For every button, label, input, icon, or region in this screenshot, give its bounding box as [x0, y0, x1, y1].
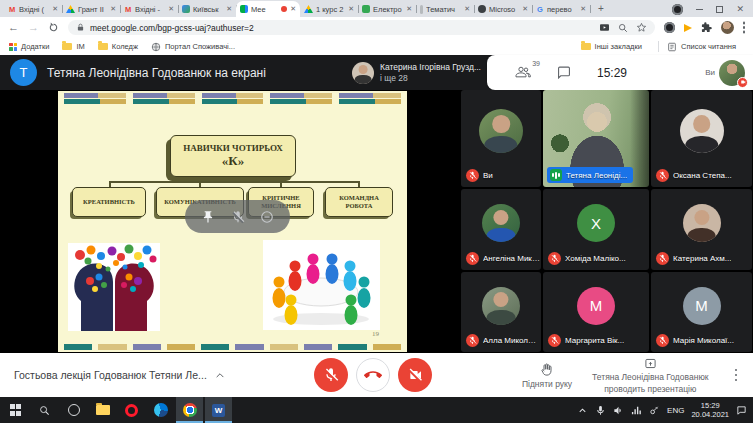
- chat-icon[interactable]: [557, 66, 571, 79]
- mic-muted-icon: [466, 252, 479, 265]
- chrome-button-active[interactable]: [176, 397, 203, 423]
- mic-toggle-button[interactable]: [314, 358, 348, 392]
- zoom-icon[interactable]: [618, 23, 628, 33]
- file-explorer-button[interactable]: [89, 397, 116, 423]
- tab-close-icon[interactable]: ✕: [464, 5, 470, 13]
- tray-mic-icon[interactable]: [595, 405, 606, 416]
- mic-muted-icon: [466, 169, 479, 182]
- participant-tile[interactable]: Катерина Ахм...: [651, 189, 752, 270]
- tab-close-icon[interactable]: ✕: [580, 5, 586, 13]
- avatar: M: [683, 287, 721, 325]
- new-tab-button[interactable]: +: [590, 3, 612, 14]
- participant-tile[interactable]: M Маргарита Вік...: [543, 272, 649, 352]
- avatar-initial: M: [695, 297, 708, 314]
- participant-tile[interactable]: X Хоміда Маліко...: [543, 189, 649, 270]
- back-button[interactable]: ←: [8, 22, 19, 33]
- action-center-icon[interactable]: [736, 405, 747, 416]
- shared-presentation-slide[interactable]: НАВИЧКИ ЧОТИРЬОХ «К» КРЕАТИВНІСТЬ КОМУНІ…: [58, 91, 407, 352]
- bookmarks-bar: Додатки ІМ Коледж Портал Споживачі... Ін…: [0, 38, 753, 55]
- profile-avatar[interactable]: [721, 21, 734, 34]
- window-minimize-button[interactable]: [696, 9, 703, 10]
- participant-name: Ангеліна Мико...: [483, 254, 540, 263]
- reading-list[interactable]: Список читання: [667, 42, 736, 52]
- tab-meet-active[interactable]: Mee✕: [236, 1, 300, 17]
- slide-title-k: «К»: [222, 153, 244, 169]
- browser-menu-icon[interactable]: [743, 26, 746, 29]
- raise-hand-button[interactable]: Підняти руку: [522, 362, 572, 389]
- reload-button[interactable]: [48, 22, 59, 33]
- taskbar-clock[interactable]: 15:29 20.04.2021: [691, 401, 729, 419]
- window-close-button[interactable]: ✕: [736, 6, 744, 13]
- you-self-view[interactable]: Ви: [705, 60, 745, 86]
- extension-orange-icon[interactable]: [684, 24, 692, 32]
- participant-tile[interactable]: Ангеліна Мико...: [461, 189, 541, 270]
- extensions-puzzle-icon[interactable]: [701, 22, 712, 33]
- tab-microsoft[interactable]: Microso✕: [474, 1, 532, 17]
- teamwork-clipart: [263, 240, 380, 330]
- mic-muted-icon: [656, 252, 669, 265]
- tray-audio-device-icon[interactable]: [649, 405, 660, 416]
- language-indicator[interactable]: ENG: [667, 406, 684, 415]
- tray-network-icon[interactable]: [631, 405, 642, 416]
- remove-from-call-icon[interactable]: [260, 210, 274, 224]
- media-control-icon[interactable]: [599, 23, 610, 32]
- tray-volume-icon[interactable]: [613, 405, 624, 416]
- hand-icon: [539, 362, 554, 377]
- tab-close-icon[interactable]: ✕: [52, 5, 58, 13]
- tab-close-icon[interactable]: ✕: [110, 5, 116, 13]
- avatar: [482, 204, 520, 242]
- tab-close-icon[interactable]: ✕: [522, 5, 528, 13]
- participant-tile[interactable]: M Марія Миколаї...: [651, 272, 752, 352]
- presenting-status[interactable]: Тетяна Леонідівна Годованюк проводить пр…: [592, 357, 708, 394]
- camera-toggle-button[interactable]: [398, 358, 432, 392]
- tab-gmail-1[interactable]: Вхідні (✕: [4, 1, 62, 17]
- participant-name: Ви: [483, 171, 493, 180]
- tab-close-icon[interactable]: ✕: [348, 5, 354, 13]
- tab-close-icon[interactable]: ✕: [290, 5, 296, 13]
- pin-icon[interactable]: [201, 210, 215, 224]
- bookmark-apps[interactable]: Додатки: [9, 42, 49, 51]
- taskbar-search-button[interactable]: [31, 397, 58, 423]
- bookmark-star-icon[interactable]: [636, 22, 647, 33]
- tray-chevron-up-icon[interactable]: [577, 405, 588, 416]
- other-bookmarks[interactable]: Інші закладки: [581, 42, 642, 51]
- cortana-button[interactable]: [60, 397, 87, 423]
- participant-tile-presenter-video[interactable]: Тетяна Леоніді...: [543, 90, 649, 187]
- participant-tile[interactable]: Алла Миколаї...: [461, 272, 541, 352]
- slide-box-creativity: КРЕАТИВНІСТЬ: [72, 187, 146, 217]
- bookmark-portal[interactable]: Портал Споживачі...: [151, 42, 235, 52]
- tab-google-search[interactable]: перево✕: [532, 1, 590, 17]
- tab-close-icon[interactable]: ✕: [406, 5, 412, 13]
- presenting-banner-text: Тетяна Леонідівна Годованюк на екрані: [47, 66, 266, 80]
- extension-grey-icon[interactable]: [664, 22, 675, 33]
- forward-button[interactable]: →: [28, 22, 39, 33]
- meeting-details-button[interactable]: Гостьова лекція Годованюк Тетяни Ле...: [14, 353, 225, 397]
- tab-moodle[interactable]: Електро✕: [358, 1, 416, 17]
- tab-close-icon[interactable]: ✕: [226, 5, 232, 13]
- extension-circle-icon[interactable]: [672, 4, 683, 15]
- more-options-icon[interactable]: [735, 374, 738, 377]
- leave-call-button[interactable]: [356, 358, 390, 392]
- apps-grid-icon: [9, 43, 17, 51]
- reading-list-icon: [667, 42, 677, 52]
- start-button[interactable]: [2, 397, 29, 423]
- tab-drive-2[interactable]: 1 курс 2✕: [300, 1, 358, 17]
- bookmark-folder-im[interactable]: ІМ: [62, 42, 84, 51]
- edge-button[interactable]: [147, 397, 174, 423]
- tab-classroom[interactable]: Київськ✕: [178, 1, 236, 17]
- participant-tile-you[interactable]: Ви: [461, 90, 541, 187]
- word-button-active[interactable]: [205, 397, 232, 423]
- bookmark-folder-college[interactable]: Коледж: [98, 42, 138, 51]
- participants-button[interactable]: 39: [515, 64, 531, 82]
- participant-tile[interactable]: Оксана Степа...: [651, 90, 752, 187]
- tab-gmail-2[interactable]: Вхідні -✕: [120, 1, 178, 17]
- tab-drive-1[interactable]: Грант ІІ✕: [62, 1, 120, 17]
- url-field[interactable]: meet.google.com/bgp-gcss-uaj?authuser=2: [68, 20, 655, 35]
- window-maximize-button[interactable]: [716, 6, 723, 13]
- tab-doc[interactable]: Тематич✕: [416, 1, 474, 17]
- participant-name: Тетяна Леоніді...: [566, 171, 627, 180]
- tab-close-icon[interactable]: ✕: [168, 5, 174, 13]
- pinned-participant-block[interactable]: Катерина Ігорівна Грузд... і ще 28: [352, 55, 481, 90]
- opera-button[interactable]: [118, 397, 145, 423]
- mic-muted-icon[interactable]: [231, 210, 245, 224]
